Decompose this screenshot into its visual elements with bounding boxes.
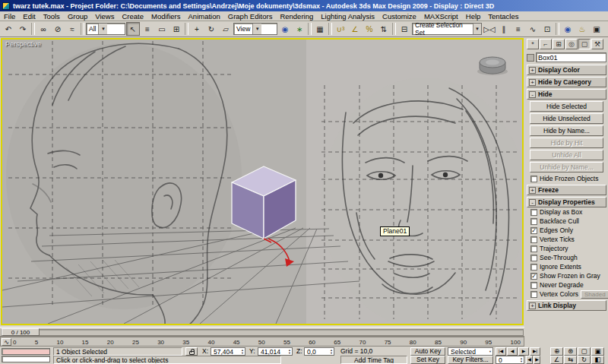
use-pivot-point-center-icon[interactable]: ◉ bbox=[278, 22, 292, 36]
angle-snap-toggle-icon[interactable]: ∠ bbox=[348, 22, 362, 36]
rollout-link-display[interactable]: + Link Display bbox=[527, 300, 606, 311]
previous-key-button[interactable]: ◀ bbox=[526, 356, 533, 364]
menu-tentacles[interactable]: Tentacles bbox=[484, 12, 522, 21]
menu-maxscript[interactable]: MAXScript bbox=[420, 12, 462, 21]
current-frame-field[interactable]: 0▲▼ bbox=[496, 356, 524, 364]
track-bar[interactable]: ∿ 0 5 10 15 20 25 30 35 40 45 50 55 60 6… bbox=[0, 337, 524, 347]
auto-key-button[interactable]: Auto Key bbox=[410, 347, 445, 356]
menu-file[interactable]: File bbox=[0, 12, 19, 21]
vertex-colors-checkbox[interactable] bbox=[530, 291, 537, 298]
pan-icon[interactable]: ⇆ bbox=[564, 356, 577, 364]
ignore-extents-checkbox[interactable] bbox=[530, 264, 537, 271]
reference-coordinate-system-dropdown[interactable]: View ▼ bbox=[233, 23, 277, 35]
schematic-view-icon[interactable]: ⊡ bbox=[540, 22, 554, 36]
edges-only-checkbox[interactable]: ✓ bbox=[530, 227, 537, 234]
hide-frozen-objects-checkbox[interactable] bbox=[530, 176, 537, 182]
maxscript-mini-listener[interactable] bbox=[2, 356, 50, 362]
z-coordinate-field[interactable]: 0,0▲▼ bbox=[304, 347, 334, 356]
menu-rendering[interactable]: Rendering bbox=[276, 12, 317, 21]
selection-filter-dropdown[interactable]: All ▼ bbox=[86, 23, 125, 35]
zoom-extents-icon[interactable]: ▢ bbox=[578, 347, 591, 356]
backface-cull-checkbox[interactable] bbox=[530, 218, 537, 225]
play-animation-button[interactable]: ▶ bbox=[518, 347, 529, 356]
menu-animation[interactable]: Animation bbox=[185, 12, 224, 21]
select-by-name-icon[interactable]: ≡ bbox=[141, 22, 154, 36]
spinner-snap-toggle-icon[interactable]: ⇅ bbox=[377, 22, 391, 36]
rendered-frame-window-icon[interactable]: ▣ bbox=[590, 22, 603, 36]
curve-editor-icon[interactable]: ∿ bbox=[526, 22, 540, 36]
quick-render-icon[interactable]: ♨ bbox=[604, 22, 608, 36]
perspective-viewport[interactable]: Perspective Plane01 bbox=[1, 38, 524, 325]
menu-graph-editors[interactable]: Graph Editors bbox=[224, 12, 277, 21]
go-to-start-button[interactable]: |◀ bbox=[496, 347, 506, 356]
menu-tools[interactable]: Tools bbox=[40, 12, 64, 21]
select-and-scale-icon[interactable]: ▱ bbox=[219, 22, 233, 36]
menu-lighting-analysis[interactable]: Lighting Analysis bbox=[317, 12, 378, 21]
select-and-move-icon[interactable]: + bbox=[190, 22, 204, 36]
align-icon[interactable]: ∥ bbox=[497, 22, 511, 36]
menu-group[interactable]: Group bbox=[64, 12, 91, 21]
object-name-field[interactable]: Box01 bbox=[536, 52, 606, 62]
redo-icon[interactable]: ↷ bbox=[16, 22, 30, 36]
never-degrade-checkbox[interactable] bbox=[530, 282, 537, 289]
undo-icon[interactable]: ↶ bbox=[2, 22, 15, 36]
keyboard-shortcut-override-icon[interactable]: ▦ bbox=[313, 22, 327, 36]
display-tab-icon[interactable]: ▢ bbox=[578, 39, 591, 49]
go-to-end-button[interactable]: ▶| bbox=[530, 347, 540, 356]
spinner-icon[interactable]: ▲▼ bbox=[330, 349, 333, 355]
arc-rotate-icon[interactable]: ↻ bbox=[578, 356, 591, 364]
layer-manager-icon[interactable]: ≡ bbox=[511, 22, 525, 36]
rollout-freeze[interactable]: + Freeze bbox=[527, 185, 606, 195]
modify-tab-icon[interactable]: ⌐ bbox=[540, 39, 552, 49]
open-mini-curve-editor-icon[interactable]: ∿ bbox=[2, 338, 11, 346]
select-and-link-icon[interactable]: ∞ bbox=[36, 22, 50, 36]
menu-create[interactable]: Create bbox=[118, 12, 147, 21]
show-frozen-in-gray-checkbox[interactable]: ✓ bbox=[530, 273, 537, 280]
percent-snap-toggle-icon[interactable]: % bbox=[363, 22, 376, 36]
hide-unselected-button[interactable]: Hide Unselected bbox=[530, 113, 603, 124]
add-time-tag[interactable]: Add Time Tag bbox=[340, 356, 407, 364]
spinner-icon[interactable]: ▲▼ bbox=[520, 357, 523, 363]
key-mode-dropdown[interactable]: Selected▼ bbox=[448, 347, 493, 356]
vertex-ticks-checkbox[interactable] bbox=[530, 236, 537, 243]
spinner-icon[interactable]: ▲▼ bbox=[288, 349, 291, 355]
select-and-manipulate-icon[interactable]: ∗ bbox=[293, 22, 306, 36]
zoom-all-icon[interactable]: ⊛ bbox=[564, 347, 577, 356]
field-of-view-icon[interactable]: ∠ bbox=[550, 356, 563, 364]
material-editor-icon[interactable]: ◉ bbox=[561, 22, 575, 36]
hide-by-name-button[interactable]: Hide by Name... bbox=[530, 125, 603, 136]
bind-to-space-warp-icon[interactable]: ≈ bbox=[65, 22, 79, 36]
rollout-display-properties[interactable]: - Display Properties bbox=[527, 197, 606, 207]
selection-lock-toggle[interactable] bbox=[185, 347, 198, 356]
time-slider-track[interactable] bbox=[1, 329, 524, 336]
select-object-icon[interactable]: ↖ bbox=[126, 22, 140, 36]
motion-tab-icon[interactable]: ◎ bbox=[565, 39, 578, 49]
maximize-viewport-toggle-icon[interactable]: ◧ bbox=[591, 356, 604, 364]
rollout-hide-by-category[interactable]: + Hide by Category bbox=[527, 77, 606, 87]
rectangular-selection-region-icon[interactable]: ▭ bbox=[155, 22, 169, 36]
render-setup-icon[interactable]: ♨ bbox=[575, 22, 589, 36]
set-key-button[interactable]: Set Key bbox=[410, 356, 445, 364]
named-selection-sets-combo[interactable]: Create Selection Set ▼ bbox=[412, 23, 482, 35]
zoom-icon[interactable]: ⊕ bbox=[550, 347, 563, 356]
hierarchy-tab-icon[interactable]: ⊞ bbox=[553, 39, 565, 49]
viewport-label[interactable]: Perspective bbox=[5, 40, 41, 48]
trajectory-checkbox[interactable] bbox=[530, 245, 537, 252]
snaps-toggle-icon[interactable]: ∪³ bbox=[334, 22, 347, 36]
create-tab-icon[interactable]: * bbox=[527, 39, 539, 49]
spinner-icon[interactable]: ▲▼ bbox=[241, 349, 244, 355]
see-through-checkbox[interactable] bbox=[530, 255, 537, 261]
hide-selected-button[interactable]: Hide Selected bbox=[530, 101, 603, 112]
menu-edit[interactable]: Edit bbox=[19, 12, 39, 21]
y-coordinate-field[interactable]: 41,014▲▼ bbox=[258, 347, 293, 356]
x-coordinate-field[interactable]: 57,404▲▼ bbox=[211, 347, 245, 356]
previous-frame-button[interactable]: ◀ bbox=[507, 347, 518, 356]
zoom-extents-all-icon[interactable]: ▣ bbox=[591, 347, 604, 356]
maxscript-mini-listener-macro[interactable] bbox=[2, 348, 50, 355]
edit-named-selection-sets-icon[interactable]: ⊟ bbox=[397, 22, 411, 36]
time-slider-handle[interactable]: 0 / 100 bbox=[2, 328, 40, 336]
menu-customize[interactable]: Customize bbox=[378, 12, 420, 21]
menu-help[interactable]: Help bbox=[462, 12, 485, 21]
menu-modifiers[interactable]: Modifiers bbox=[147, 12, 185, 21]
utilities-tab-icon[interactable]: ⚒ bbox=[591, 39, 603, 49]
